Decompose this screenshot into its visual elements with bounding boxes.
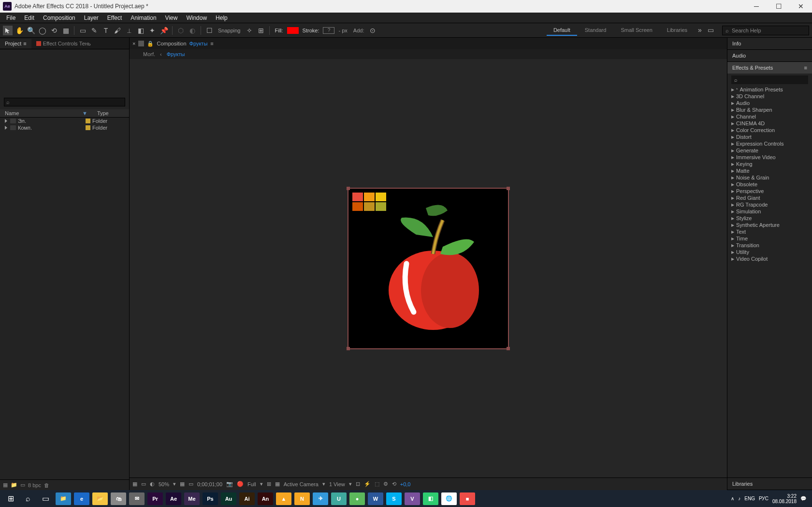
views-value[interactable]: 1 View: [329, 481, 345, 487]
taskbar-app[interactable]: Ai: [239, 492, 255, 505]
panel-info[interactable]: Info: [727, 38, 812, 49]
menu-composition[interactable]: Composition: [39, 13, 80, 23]
snap-grid-icon[interactable]: ⊞: [256, 26, 266, 35]
puppet-tool-icon[interactable]: 📌: [159, 26, 169, 35]
fx-search-input[interactable]: ⌕: [731, 75, 808, 84]
tray-lang2[interactable]: РУС: [759, 496, 768, 501]
menu-window[interactable]: Window: [182, 13, 211, 23]
fx-category[interactable]: ▶Stylize: [731, 215, 808, 222]
crumb-item[interactable]: Morf.: [143, 51, 155, 57]
tray-expand-icon[interactable]: ∧: [731, 496, 734, 501]
project-row[interactable]: Эл. Folder: [0, 118, 129, 124]
taskbar-app[interactable]: W: [368, 492, 383, 505]
hand-tool-icon[interactable]: ✋: [14, 26, 24, 35]
menu-animation[interactable]: Animation: [126, 13, 160, 23]
composition-viewer[interactable]: [130, 59, 727, 477]
orbit-tool-icon[interactable]: ◯: [38, 26, 47, 35]
lock-icon[interactable]: 🔒: [147, 41, 154, 47]
fx-category[interactable]: ▶Blur & Sharpen: [731, 106, 808, 113]
zoom-tool-icon[interactable]: 🔍: [26, 26, 36, 35]
canvas[interactable]: [348, 189, 508, 348]
workspace-default[interactable]: Default: [547, 25, 577, 36]
maximize-button[interactable]: ☐: [768, 0, 790, 13]
brush-tool-icon[interactable]: 🖌: [113, 26, 122, 35]
system-clock[interactable]: 3:22 08.08.2018: [772, 493, 797, 504]
pixel-icon[interactable]: ⊡: [356, 481, 360, 487]
region-icon[interactable]: ▭: [188, 481, 193, 487]
new-folder-icon[interactable]: 📁: [11, 482, 17, 488]
taskbar-app[interactable]: N: [294, 492, 310, 505]
taskbar-app[interactable]: Au: [221, 492, 236, 505]
mask-icon[interactable]: ◐: [150, 481, 155, 487]
taskbar-app[interactable]: ⌕: [19, 492, 37, 506]
workspace-small[interactable]: Small Screen: [614, 25, 659, 36]
zoom-value[interactable]: 50%: [159, 481, 169, 487]
crumb-item[interactable]: Фрукты: [167, 51, 185, 57]
add-menu-icon[interactable]: ⊙: [368, 26, 377, 35]
fx-category[interactable]: ▶Synthetic Aperture: [731, 222, 808, 228]
fx-category[interactable]: ▶Text: [731, 228, 808, 235]
fx-category[interactable]: ▶Generate: [731, 147, 808, 154]
render-icon[interactable]: ⚙: [383, 481, 388, 487]
fx-category[interactable]: ▶Utility: [731, 249, 808, 255]
eraser-tool-icon[interactable]: ◧: [136, 26, 145, 35]
taskbar-app[interactable]: ■: [460, 492, 475, 505]
tab-project[interactable]: Project ≡: [0, 39, 31, 48]
taskbar-app[interactable]: ▲: [276, 492, 291, 505]
snapshot-icon[interactable]: 📷: [226, 481, 233, 487]
pen-tool-icon[interactable]: ✎: [89, 26, 99, 35]
fx-category[interactable]: ▶RG Trapcode: [731, 201, 808, 208]
text-tool-icon[interactable]: T: [101, 26, 111, 35]
alpha-icon[interactable]: ▭: [141, 481, 146, 487]
roto-tool-icon[interactable]: ✦: [147, 26, 157, 35]
minimize-button[interactable]: ─: [745, 0, 768, 13]
expand-icon[interactable]: [5, 119, 7, 123]
bpc-label[interactable]: 8 bpc: [28, 482, 41, 488]
grid-icon[interactable]: ⊞: [267, 481, 271, 487]
camera-tool-icon[interactable]: ▦: [61, 26, 71, 35]
menu-effect[interactable]: Effect: [103, 13, 126, 23]
taskbar-app[interactable]: ◧: [423, 492, 438, 505]
clone-tool-icon[interactable]: ⟂: [124, 26, 134, 35]
taskbar-app[interactable]: Pr: [147, 492, 163, 505]
menu-file[interactable]: File: [2, 13, 20, 23]
project-row[interactable]: Комп. Folder: [0, 124, 129, 131]
exposure-value[interactable]: +0,0: [400, 481, 411, 487]
rotate-tool-icon[interactable]: ⟲: [49, 26, 59, 35]
fx-category[interactable]: ▶Obsolete: [731, 181, 808, 188]
taskbar-app[interactable]: S: [386, 492, 402, 505]
workspace-standard[interactable]: Standard: [578, 25, 613, 36]
tray-sound-icon[interactable]: ♪: [738, 496, 740, 501]
fx-category[interactable]: ▶Red Giant: [731, 194, 808, 201]
exposure-reset-icon[interactable]: ⟲: [392, 481, 396, 487]
menu-layer[interactable]: Layer: [80, 13, 103, 23]
taskbar-app[interactable]: 🌐: [441, 492, 457, 505]
panel-libraries[interactable]: Libraries: [727, 478, 812, 490]
taskbar-app[interactable]: ✈: [313, 492, 328, 505]
taskbar-app[interactable]: U: [331, 492, 347, 505]
stroke-color-swatch[interactable]: ?: [323, 27, 334, 34]
fx-category[interactable]: ▶Matte: [731, 167, 808, 174]
fx-category[interactable]: ▶Channel: [731, 113, 808, 120]
res-icon[interactable]: ▦: [180, 481, 185, 487]
panel-audio[interactable]: Audio: [727, 50, 812, 61]
panel-effects[interactable]: Effects & Presets≡: [727, 62, 812, 74]
res-value[interactable]: Full: [247, 481, 256, 487]
taskbar-app[interactable]: 📁: [56, 492, 71, 505]
workspace-libraries[interactable]: Libraries: [660, 25, 694, 36]
project-search-input[interactable]: ⌕: [4, 98, 125, 106]
fx-category[interactable]: ▶Keying: [731, 161, 808, 167]
fx-category[interactable]: ▶* Animation Presets: [731, 86, 808, 93]
fx-category[interactable]: ▶CINEMA 4D: [731, 120, 808, 127]
fx-category[interactable]: ▶Distort: [731, 134, 808, 140]
fx-category[interactable]: ▶3D Channel: [731, 93, 808, 100]
col-type[interactable]: Type: [97, 110, 124, 116]
fx-category[interactable]: ▶Simulation: [731, 208, 808, 215]
tab-effect-controls[interactable]: Effect Controls Тень: [31, 39, 96, 48]
fx-category[interactable]: ▶Audio: [731, 100, 808, 106]
guides-icon[interactable]: ▦: [275, 481, 280, 487]
taskbar-app[interactable]: Me: [184, 492, 200, 505]
camera-value[interactable]: Active Camera: [284, 481, 319, 487]
fill-color-swatch[interactable]: [287, 27, 299, 34]
fx-category[interactable]: ▶Expression Controls: [731, 140, 808, 147]
